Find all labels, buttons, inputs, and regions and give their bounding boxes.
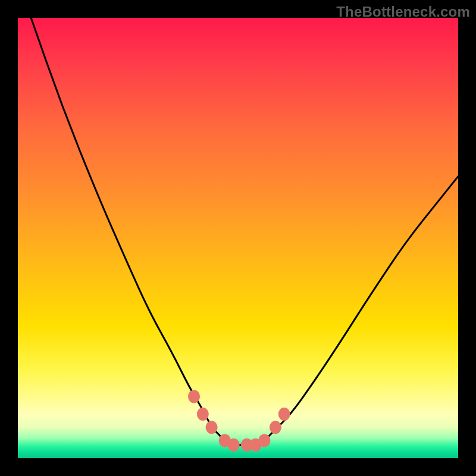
highlight-dot — [188, 390, 200, 403]
watermark-text: TheBottleneck.com — [336, 4, 470, 20]
highlight-dot — [270, 421, 281, 434]
highlight-dots — [188, 390, 290, 451]
highlight-dot — [278, 408, 290, 421]
highlight-dot — [228, 439, 240, 452]
highlight-dot — [206, 421, 218, 434]
highlight-dot — [258, 434, 270, 447]
chart-svg — [18, 18, 458, 458]
plot-area — [18, 18, 458, 458]
highlight-dot — [197, 408, 209, 421]
chart-frame: TheBottleneck.com — [0, 0, 476, 476]
curve-line — [31, 18, 458, 445]
